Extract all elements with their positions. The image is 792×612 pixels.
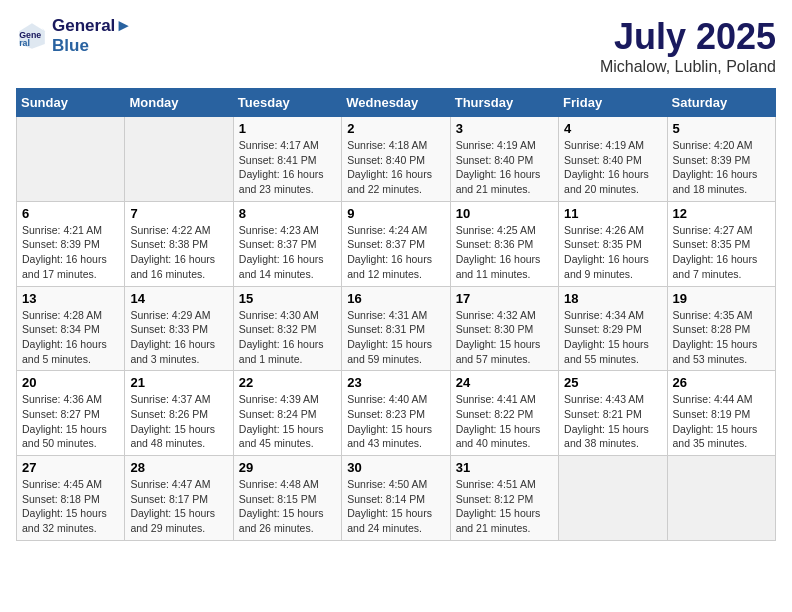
day-number: 14 <box>130 291 227 306</box>
day-info: Sunrise: 4:40 AM Sunset: 8:23 PM Dayligh… <box>347 392 444 451</box>
day-info: Sunrise: 4:28 AM Sunset: 8:34 PM Dayligh… <box>22 308 119 367</box>
week-row-4: 20Sunrise: 4:36 AM Sunset: 8:27 PM Dayli… <box>17 371 776 456</box>
day-info: Sunrise: 4:23 AM Sunset: 8:37 PM Dayligh… <box>239 223 336 282</box>
day-info: Sunrise: 4:39 AM Sunset: 8:24 PM Dayligh… <box>239 392 336 451</box>
day-info: Sunrise: 4:21 AM Sunset: 8:39 PM Dayligh… <box>22 223 119 282</box>
day-number: 6 <box>22 206 119 221</box>
day-info: Sunrise: 4:22 AM Sunset: 8:38 PM Dayligh… <box>130 223 227 282</box>
day-number: 23 <box>347 375 444 390</box>
calendar-cell: 27Sunrise: 4:45 AM Sunset: 8:18 PM Dayli… <box>17 456 125 541</box>
week-row-1: 1Sunrise: 4:17 AM Sunset: 8:41 PM Daylig… <box>17 117 776 202</box>
calendar-cell: 3Sunrise: 4:19 AM Sunset: 8:40 PM Daylig… <box>450 117 558 202</box>
calendar-cell: 9Sunrise: 4:24 AM Sunset: 8:37 PM Daylig… <box>342 201 450 286</box>
calendar-cell: 2Sunrise: 4:18 AM Sunset: 8:40 PM Daylig… <box>342 117 450 202</box>
day-info: Sunrise: 4:25 AM Sunset: 8:36 PM Dayligh… <box>456 223 553 282</box>
day-number: 26 <box>673 375 770 390</box>
day-info: Sunrise: 4:35 AM Sunset: 8:28 PM Dayligh… <box>673 308 770 367</box>
calendar-cell: 5Sunrise: 4:20 AM Sunset: 8:39 PM Daylig… <box>667 117 775 202</box>
calendar-cell <box>667 456 775 541</box>
day-number: 9 <box>347 206 444 221</box>
day-info: Sunrise: 4:50 AM Sunset: 8:14 PM Dayligh… <box>347 477 444 536</box>
week-row-5: 27Sunrise: 4:45 AM Sunset: 8:18 PM Dayli… <box>17 456 776 541</box>
title-area: July 2025 Michalow, Lublin, Poland <box>600 16 776 76</box>
calendar-cell: 11Sunrise: 4:26 AM Sunset: 8:35 PM Dayli… <box>559 201 667 286</box>
day-info: Sunrise: 4:17 AM Sunset: 8:41 PM Dayligh… <box>239 138 336 197</box>
day-number: 7 <box>130 206 227 221</box>
calendar-cell: 1Sunrise: 4:17 AM Sunset: 8:41 PM Daylig… <box>233 117 341 202</box>
location-subtitle: Michalow, Lublin, Poland <box>600 58 776 76</box>
calendar-cell: 17Sunrise: 4:32 AM Sunset: 8:30 PM Dayli… <box>450 286 558 371</box>
calendar-cell: 12Sunrise: 4:27 AM Sunset: 8:35 PM Dayli… <box>667 201 775 286</box>
day-info: Sunrise: 4:34 AM Sunset: 8:29 PM Dayligh… <box>564 308 661 367</box>
weekday-header-monday: Monday <box>125 89 233 117</box>
day-info: Sunrise: 4:24 AM Sunset: 8:37 PM Dayligh… <box>347 223 444 282</box>
calendar-cell: 24Sunrise: 4:41 AM Sunset: 8:22 PM Dayli… <box>450 371 558 456</box>
calendar-cell: 23Sunrise: 4:40 AM Sunset: 8:23 PM Dayli… <box>342 371 450 456</box>
weekday-header-friday: Friday <box>559 89 667 117</box>
day-number: 25 <box>564 375 661 390</box>
day-info: Sunrise: 4:19 AM Sunset: 8:40 PM Dayligh… <box>456 138 553 197</box>
logo: Gene ral General► Blue <box>16 16 132 57</box>
weekday-header-thursday: Thursday <box>450 89 558 117</box>
day-info: Sunrise: 4:36 AM Sunset: 8:27 PM Dayligh… <box>22 392 119 451</box>
day-info: Sunrise: 4:30 AM Sunset: 8:32 PM Dayligh… <box>239 308 336 367</box>
calendar-cell: 31Sunrise: 4:51 AM Sunset: 8:12 PM Dayli… <box>450 456 558 541</box>
weekday-header-sunday: Sunday <box>17 89 125 117</box>
logo-icon: Gene ral <box>16 20 48 52</box>
day-info: Sunrise: 4:45 AM Sunset: 8:18 PM Dayligh… <box>22 477 119 536</box>
weekday-header-tuesday: Tuesday <box>233 89 341 117</box>
day-info: Sunrise: 4:51 AM Sunset: 8:12 PM Dayligh… <box>456 477 553 536</box>
day-number: 16 <box>347 291 444 306</box>
day-number: 1 <box>239 121 336 136</box>
day-number: 15 <box>239 291 336 306</box>
calendar-cell: 15Sunrise: 4:30 AM Sunset: 8:32 PM Dayli… <box>233 286 341 371</box>
calendar-cell: 18Sunrise: 4:34 AM Sunset: 8:29 PM Dayli… <box>559 286 667 371</box>
weekday-header-row: SundayMondayTuesdayWednesdayThursdayFrid… <box>17 89 776 117</box>
day-number: 20 <box>22 375 119 390</box>
calendar-cell <box>17 117 125 202</box>
logo-name: General► <box>52 16 132 36</box>
day-info: Sunrise: 4:37 AM Sunset: 8:26 PM Dayligh… <box>130 392 227 451</box>
week-row-2: 6Sunrise: 4:21 AM Sunset: 8:39 PM Daylig… <box>17 201 776 286</box>
day-number: 17 <box>456 291 553 306</box>
week-row-3: 13Sunrise: 4:28 AM Sunset: 8:34 PM Dayli… <box>17 286 776 371</box>
weekday-header-wednesday: Wednesday <box>342 89 450 117</box>
calendar-cell <box>559 456 667 541</box>
day-number: 22 <box>239 375 336 390</box>
calendar-cell: 7Sunrise: 4:22 AM Sunset: 8:38 PM Daylig… <box>125 201 233 286</box>
day-info: Sunrise: 4:44 AM Sunset: 8:19 PM Dayligh… <box>673 392 770 451</box>
day-info: Sunrise: 4:26 AM Sunset: 8:35 PM Dayligh… <box>564 223 661 282</box>
calendar-cell: 4Sunrise: 4:19 AM Sunset: 8:40 PM Daylig… <box>559 117 667 202</box>
calendar-cell: 6Sunrise: 4:21 AM Sunset: 8:39 PM Daylig… <box>17 201 125 286</box>
logo-sub: Blue <box>52 36 132 56</box>
day-number: 24 <box>456 375 553 390</box>
day-info: Sunrise: 4:32 AM Sunset: 8:30 PM Dayligh… <box>456 308 553 367</box>
day-number: 8 <box>239 206 336 221</box>
weekday-header-saturday: Saturday <box>667 89 775 117</box>
calendar-cell: 10Sunrise: 4:25 AM Sunset: 8:36 PM Dayli… <box>450 201 558 286</box>
calendar-cell: 28Sunrise: 4:47 AM Sunset: 8:17 PM Dayli… <box>125 456 233 541</box>
calendar-cell: 21Sunrise: 4:37 AM Sunset: 8:26 PM Dayli… <box>125 371 233 456</box>
calendar-cell: 16Sunrise: 4:31 AM Sunset: 8:31 PM Dayli… <box>342 286 450 371</box>
calendar-cell: 20Sunrise: 4:36 AM Sunset: 8:27 PM Dayli… <box>17 371 125 456</box>
day-number: 29 <box>239 460 336 475</box>
day-info: Sunrise: 4:47 AM Sunset: 8:17 PM Dayligh… <box>130 477 227 536</box>
calendar-cell: 19Sunrise: 4:35 AM Sunset: 8:28 PM Dayli… <box>667 286 775 371</box>
calendar-table: SundayMondayTuesdayWednesdayThursdayFrid… <box>16 88 776 541</box>
calendar-cell: 26Sunrise: 4:44 AM Sunset: 8:19 PM Dayli… <box>667 371 775 456</box>
day-number: 10 <box>456 206 553 221</box>
calendar-cell: 14Sunrise: 4:29 AM Sunset: 8:33 PM Dayli… <box>125 286 233 371</box>
day-info: Sunrise: 4:20 AM Sunset: 8:39 PM Dayligh… <box>673 138 770 197</box>
day-number: 2 <box>347 121 444 136</box>
day-info: Sunrise: 4:31 AM Sunset: 8:31 PM Dayligh… <box>347 308 444 367</box>
day-number: 27 <box>22 460 119 475</box>
day-number: 31 <box>456 460 553 475</box>
day-number: 19 <box>673 291 770 306</box>
month-year-title: July 2025 <box>600 16 776 58</box>
calendar-cell <box>125 117 233 202</box>
day-number: 11 <box>564 206 661 221</box>
calendar-cell: 13Sunrise: 4:28 AM Sunset: 8:34 PM Dayli… <box>17 286 125 371</box>
day-number: 18 <box>564 291 661 306</box>
day-number: 5 <box>673 121 770 136</box>
day-info: Sunrise: 4:48 AM Sunset: 8:15 PM Dayligh… <box>239 477 336 536</box>
